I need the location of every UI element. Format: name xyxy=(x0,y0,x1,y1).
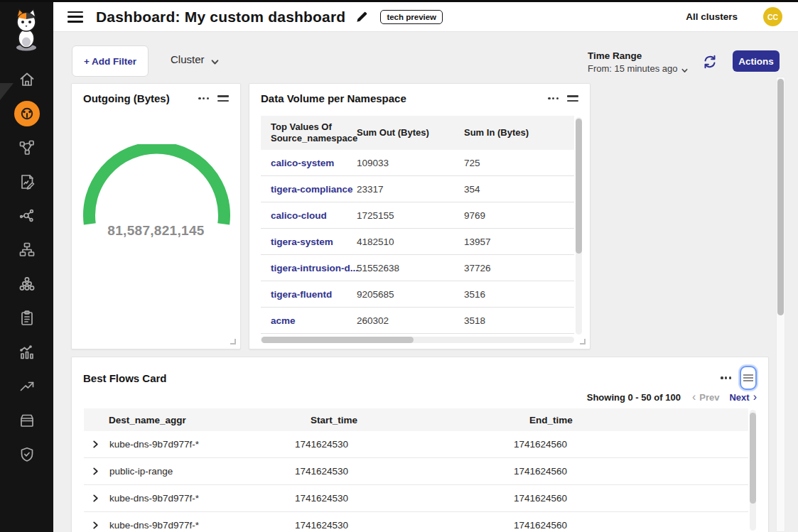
end-time-value: 1741624560 xyxy=(514,466,748,477)
table-row: calico-system 109033 725 xyxy=(261,150,574,176)
chevron-down-icon xyxy=(681,65,689,72)
sidebar-item-compliance[interactable] xyxy=(0,301,53,335)
page-scrollbar xyxy=(776,77,785,532)
namespace-link[interactable]: calico-cloud xyxy=(271,210,327,221)
sidebar-item-statistics[interactable] xyxy=(0,335,53,369)
sum-out-value: 109033 xyxy=(357,158,464,168)
edit-dashboard-pencil-icon[interactable] xyxy=(355,10,369,23)
namespace-link[interactable]: tigera-intrusion-d... xyxy=(271,263,358,273)
table-row[interactable]: kube-dns-9b7d977f-* 1741624530 174162456… xyxy=(84,512,748,532)
shield-check-icon xyxy=(18,446,36,463)
table-row: tigera-intrusion-d... 51552638 37726 xyxy=(261,255,574,281)
gauge-arc xyxy=(82,144,232,227)
card-drag-handle-icon[interactable] xyxy=(217,93,229,103)
table-row[interactable]: kube-dns-9b7d977f-* 1741624530 174162456… xyxy=(84,431,748,458)
namespace-link[interactable]: acme xyxy=(271,315,296,326)
sidebar xyxy=(0,0,53,532)
sidebar-item-activity[interactable] xyxy=(0,369,53,403)
table-row: calico-cloud 1725155 9769 xyxy=(261,202,574,229)
sidebar-item-service-graph[interactable] xyxy=(0,131,53,165)
compliance-clipboard-icon xyxy=(18,310,36,327)
sidebar-item-home[interactable] xyxy=(0,63,53,97)
end-time-value: 1741624560 xyxy=(514,520,748,531)
stats-chart-icon xyxy=(18,344,36,361)
scrollbar-thumb[interactable] xyxy=(261,337,414,343)
card-menu-dots-icon[interactable] xyxy=(548,94,559,102)
cluster-nodes-icon xyxy=(18,276,36,293)
namespace-link[interactable]: tigera-fluentd xyxy=(271,289,332,300)
namespace-link[interactable]: tigera-compliance xyxy=(271,184,353,195)
sum-in-value: 725 xyxy=(464,158,574,168)
column-header: Sum Out (Bytes) xyxy=(357,127,464,139)
cluster-dropdown-label: Cluster xyxy=(171,53,205,65)
column-header: Dest_name_aggr xyxy=(109,415,311,425)
scrollbar-thumb[interactable] xyxy=(750,413,756,504)
menu-hamburger-icon[interactable] xyxy=(68,11,83,23)
column-header: Top Values Of Source_namespace xyxy=(261,121,357,145)
best-flows-table: Dest_name_aggr Start_time End_time kube-… xyxy=(84,408,748,532)
actions-button[interactable]: Actions xyxy=(733,50,780,72)
card-drag-handle-focused[interactable] xyxy=(740,366,757,390)
end-time-value: 1741624560 xyxy=(514,493,748,504)
expand-row-chevron-icon[interactable] xyxy=(92,467,109,475)
sidebar-item-dashboards[interactable] xyxy=(0,97,53,131)
time-range-value: From: 15 minutes ago xyxy=(588,63,677,74)
expand-row-chevron-icon[interactable] xyxy=(92,521,109,529)
sidebar-item-network-sets[interactable] xyxy=(0,199,53,233)
sum-out-value: 51552638 xyxy=(357,263,464,273)
page-scrollbar-thumb[interactable] xyxy=(777,79,784,315)
sidebar-item-threat-defense[interactable] xyxy=(0,438,53,472)
namespace-link[interactable]: calico-system xyxy=(271,158,334,168)
table-row: acme 260302 3518 xyxy=(261,308,574,334)
start-time-value: 1741624530 xyxy=(295,466,514,477)
sidebar-item-images[interactable] xyxy=(0,403,53,438)
chevron-down-icon xyxy=(211,56,218,63)
table-row: tigera-compliance 23317 354 xyxy=(261,176,574,202)
pagination: Showing 0 - 50 of 100 ‹Prev Next› xyxy=(587,391,757,403)
refresh-button[interactable] xyxy=(702,54,718,70)
card-resize-handle[interactable] xyxy=(230,339,236,344)
service-graph-icon xyxy=(18,139,36,156)
scrollbar-thumb[interactable] xyxy=(576,119,582,254)
table-row[interactable]: kube-dns-9b7d977f-* 1741624530 174162456… xyxy=(84,485,748,512)
all-clusters-selector[interactable]: All clusters xyxy=(686,11,738,22)
card-resize-handle[interactable] xyxy=(580,339,586,344)
column-header: Sum In (Bytes) xyxy=(464,127,574,139)
sidebar-item-clusters[interactable] xyxy=(0,267,53,301)
expand-row-chevron-icon[interactable] xyxy=(92,440,109,448)
card-drag-handle-icon[interactable] xyxy=(567,93,578,103)
calico-cat-logo[interactable] xyxy=(9,9,44,53)
add-filter-button[interactable]: + Add Filter xyxy=(72,45,149,77)
trend-icon xyxy=(18,378,36,395)
network-hub-icon xyxy=(18,207,36,224)
user-avatar[interactable]: CC xyxy=(763,7,782,26)
table-row: tigera-system 4182510 13957 xyxy=(261,229,574,255)
sum-in-value: 9769 xyxy=(464,210,574,221)
sitemap-icon xyxy=(18,241,36,259)
table-row[interactable]: public-ip-range 1741624530 1741624560 xyxy=(84,458,748,485)
next-page-button[interactable]: Next› xyxy=(729,391,757,403)
policy-edit-icon xyxy=(18,173,36,190)
table-header-row: Top Values Of Source_namespace Sum Out (… xyxy=(261,116,574,150)
expand-row-chevron-icon[interactable] xyxy=(92,494,109,502)
sum-in-value: 37726 xyxy=(464,263,574,273)
card-menu-dots-icon[interactable] xyxy=(198,94,209,102)
cluster-dropdown[interactable]: Cluster xyxy=(171,53,218,65)
dashboard-content: + Add Filter Cluster Time Range From: 15… xyxy=(53,32,798,532)
showing-count: Showing 0 - 50 of 100 xyxy=(587,392,681,403)
time-range-selector[interactable]: Time Range From: 15 minutes ago xyxy=(588,50,689,74)
home-icon xyxy=(18,71,36,88)
namespace-link[interactable]: tigera-system xyxy=(271,237,333,247)
sidebar-item-policies[interactable] xyxy=(0,165,53,199)
time-range-label: Time Range xyxy=(588,50,689,61)
sidebar-item-endpoints[interactable] xyxy=(0,233,53,267)
table-header-row: Dest_name_aggr Start_time End_time xyxy=(84,408,748,431)
sidebar-nav xyxy=(0,63,53,472)
card-menu-dots-icon[interactable] xyxy=(721,374,731,381)
sum-in-value: 3516 xyxy=(464,289,574,300)
prev-page-button[interactable]: ‹Prev xyxy=(692,391,720,403)
sum-out-value: 23317 xyxy=(357,184,464,195)
sum-out-value: 1725155 xyxy=(357,210,464,221)
dest-name-value: kube-dns-9b7d977f-* xyxy=(109,493,295,504)
active-item-highlight xyxy=(14,101,40,126)
